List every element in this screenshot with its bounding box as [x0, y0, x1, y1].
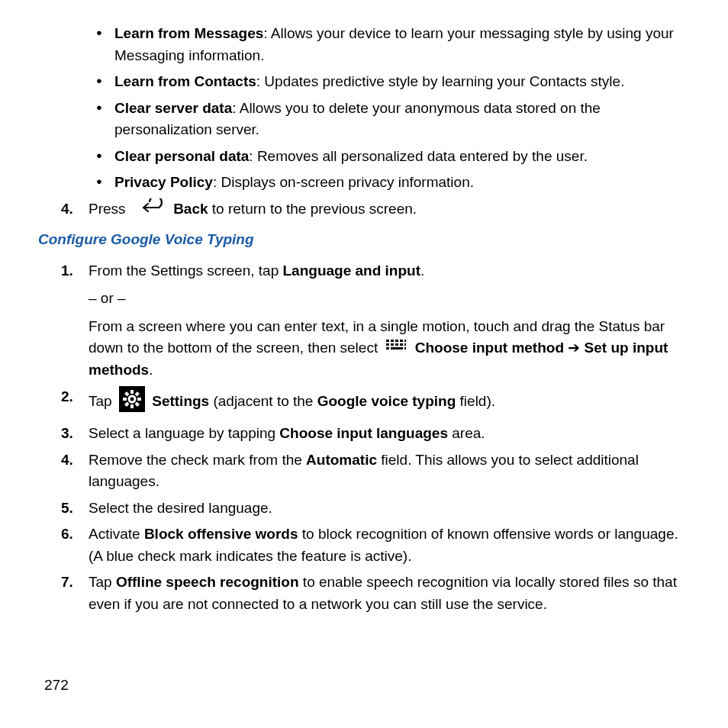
bullet-label: Privacy Policy — [114, 174, 213, 190]
svg-line-19 — [125, 392, 128, 395]
list-item: Clear server data: Allows you to delete … — [38, 98, 690, 141]
svg-rect-12 — [404, 347, 406, 350]
step-item: Remove the check mark from the Automatic… — [38, 449, 690, 493]
step-item: Press Back to return to the previous scr… — [38, 198, 690, 222]
settings-label: Settings — [152, 393, 209, 409]
step-text: . — [149, 362, 153, 378]
list-item: Privacy Policy: Displays on-screen priva… — [38, 172, 690, 194]
svg-rect-4 — [404, 340, 406, 342]
back-label: Back — [173, 201, 208, 217]
step-item: Tap Offline speech recognition to enable… — [38, 572, 690, 615]
svg-point-14 — [129, 396, 135, 402]
step-item: From the Settings screen, tap Language a… — [38, 260, 690, 382]
or-separator: – or – — [89, 288, 690, 310]
step-item: Select a language by tapping Choose inpu… — [38, 423, 690, 445]
step-bold: Automatic — [306, 452, 377, 468]
page-number: 272 — [44, 675, 69, 697]
step-text: field). — [456, 393, 495, 409]
svg-rect-8 — [400, 343, 403, 346]
step-bold: Language and input — [283, 263, 421, 279]
gvt-label: Google voice typing — [317, 393, 456, 409]
back-icon — [133, 198, 166, 222]
step-text: From the Settings screen, tap — [89, 263, 283, 279]
bullet-label: Learn from Contacts — [114, 73, 256, 89]
step-list: From the Settings screen, tap Language a… — [38, 260, 690, 616]
list-item: Learn from Contacts: Updates predictive … — [38, 71, 690, 93]
svg-rect-5 — [386, 343, 389, 346]
step-bold: Choose input languages — [279, 425, 448, 441]
list-item: Clear personal data: Removes all persona… — [38, 146, 690, 168]
top-step-list: Press Back to return to the previous scr… — [38, 198, 690, 222]
step-text: Tap — [89, 393, 116, 409]
step-text: Press — [89, 201, 126, 217]
bullet-desc: : Updates predictive style by learning y… — [256, 73, 625, 89]
step-text: area. — [448, 425, 485, 441]
bullet-label: Clear personal data — [114, 148, 249, 164]
svg-rect-1 — [391, 340, 394, 342]
step-text: Activate — [89, 526, 144, 542]
svg-rect-9 — [404, 343, 406, 346]
section-heading: Configure Google Voice Typing — [38, 229, 690, 251]
svg-rect-3 — [400, 340, 403, 342]
step-rest: to return to the previous screen. — [208, 201, 417, 217]
svg-rect-10 — [386, 347, 389, 350]
bullet-label: Clear server data — [114, 100, 232, 116]
step-text: From a screen where you can enter text, … — [89, 316, 690, 382]
bullet-label: Learn from Messages — [114, 25, 263, 41]
svg-rect-11 — [391, 347, 403, 350]
step-text: Remove the check mark from the — [89, 452, 306, 468]
feature-bullet-list: Learn from Messages: Allows your device … — [38, 23, 690, 194]
choose-input-method-label: Choose input method — [415, 340, 564, 356]
svg-line-20 — [136, 392, 139, 395]
step-item: Tap — [38, 386, 690, 419]
step-text: (adjacent to the — [209, 393, 317, 409]
bullet-desc: : Removes all personalized data entered … — [249, 148, 588, 164]
step-bold: Offline speech recognition — [116, 574, 299, 590]
list-item: Learn from Messages: Allows your device … — [38, 23, 690, 66]
svg-line-22 — [136, 403, 139, 406]
step-text: Select a language by tapping — [89, 425, 279, 441]
step-bold: Block offensive words — [144, 526, 298, 542]
svg-rect-2 — [395, 340, 398, 342]
gear-icon — [119, 386, 145, 419]
svg-line-21 — [125, 403, 128, 406]
svg-rect-7 — [395, 343, 398, 346]
svg-rect-6 — [391, 343, 394, 346]
svg-rect-0 — [386, 340, 389, 342]
step-item: Activate Block offensive words to block … — [38, 523, 690, 567]
step-text: Tap — [89, 574, 116, 590]
bullet-desc: : Displays on-screen privacy information… — [213, 174, 474, 190]
step-text: . — [420, 263, 424, 279]
keyboard-icon — [385, 338, 407, 360]
step-text: Select the desired language. — [89, 500, 272, 516]
step-item: Select the desired language. — [38, 498, 690, 520]
arrow-text: ➔ — [564, 340, 585, 356]
